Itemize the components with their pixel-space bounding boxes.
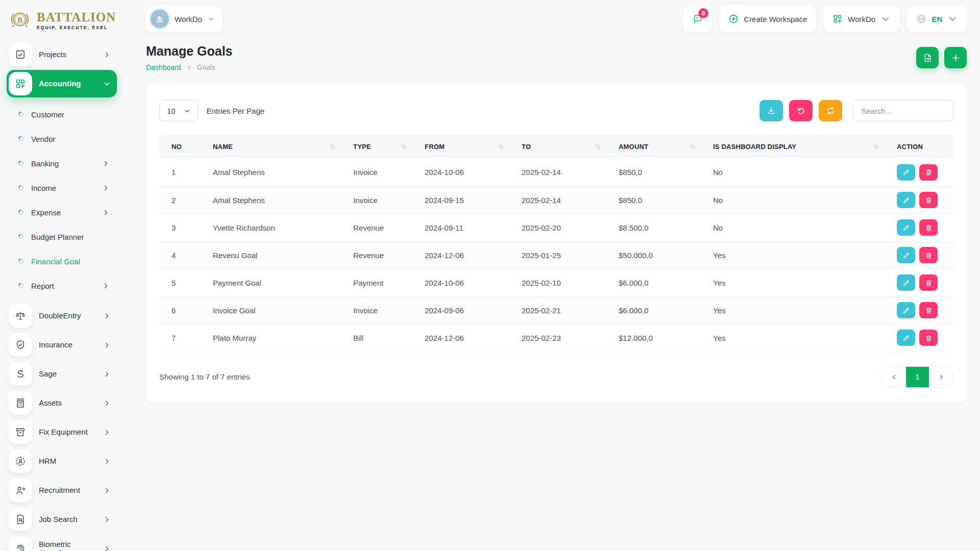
pencil-icon <box>902 252 910 259</box>
edit-button[interactable] <box>897 192 915 208</box>
table-row: 2 Amal Stephens Invoice 2024-09-15 2025-… <box>159 186 953 214</box>
sort-icon <box>498 143 504 150</box>
sidebar-item-fix-equipment[interactable]: Fix Equipment <box>7 418 117 446</box>
sidebar-item-financial-goal[interactable]: Financial Goal <box>7 249 117 273</box>
pagination-prev-button[interactable] <box>882 367 906 387</box>
sidebar-item-projects[interactable]: Projects <box>7 41 117 68</box>
person-plus-icon <box>9 479 32 502</box>
fingerprint-icon <box>9 537 32 551</box>
brand-logo: B BATTALION EQUIP, EXECUTE, EXEL <box>7 5 117 41</box>
bullet-icon <box>17 233 24 240</box>
cell-amount: $850,0 <box>614 186 708 214</box>
cell-type: Invoice <box>348 296 420 324</box>
bullet-icon <box>17 160 24 167</box>
cell-name: Revenu Goal <box>208 241 348 269</box>
sidebar-item-income[interactable]: Income <box>7 176 117 200</box>
column-header-no[interactable]: NO <box>159 135 208 159</box>
pagination-next-button[interactable] <box>929 367 953 387</box>
refresh-button[interactable] <box>819 100 842 121</box>
workdo-menu-button[interactable]: WorkDo <box>823 6 900 32</box>
delete-button[interactable] <box>919 274 938 291</box>
breadcrumb-dashboard-link[interactable]: Dashboard <box>146 63 181 71</box>
cell-from: 2024-09-15 <box>420 186 517 214</box>
workspace-avatar <box>151 10 169 28</box>
chevron-down-icon <box>947 14 958 24</box>
sidebar-item-customer[interactable]: Customer <box>7 102 117 127</box>
create-workspace-button[interactable]: Create Workspace <box>719 6 816 32</box>
chevron-right-icon <box>102 209 110 216</box>
reset-button[interactable] <box>789 100 813 121</box>
sidebar-item-vendor[interactable]: Vendor <box>7 127 117 151</box>
sidebar-item-doubleentry[interactable]: DoubleEntry <box>7 302 117 330</box>
messages-button[interactable]: 0 <box>683 6 712 32</box>
delete-button[interactable] <box>919 219 938 236</box>
page-title: Manage Goals <box>146 44 233 59</box>
edit-button[interactable] <box>897 302 915 318</box>
chevron-right-icon <box>102 282 110 290</box>
sidebar-item-budget-planner[interactable]: Budget Planner <box>7 224 117 249</box>
column-header-to[interactable]: TO <box>517 135 614 159</box>
sidebar-item-accounting[interactable]: Accounting <box>7 70 117 97</box>
cell-name: Yvette Richardson <box>208 214 348 241</box>
column-header-name[interactable]: NAME <box>208 135 348 159</box>
column-header-amount[interactable]: AMOUNT <box>614 135 708 159</box>
sidebar-item-job-search[interactable]: Job Search <box>7 506 117 533</box>
chevron-right-icon <box>103 341 111 349</box>
pencil-icon <box>902 168 910 176</box>
sidebar-item-insurance[interactable]: Insurance <box>7 331 117 359</box>
sidebar-item-report[interactable]: Report <box>7 273 117 298</box>
cell-to: 2025-02-20 <box>517 214 614 241</box>
delete-button[interactable] <box>919 164 938 181</box>
brand-name: BATTALION <box>37 11 116 23</box>
delete-button[interactable] <box>919 192 938 208</box>
column-header-dashboard-display[interactable]: IS DASHBOARD DISPLAY <box>708 135 892 159</box>
export-goals-button[interactable] <box>916 47 939 68</box>
chevron-left-icon <box>891 373 898 381</box>
sidebar-item-biometric-attendance[interactable]: Biometric Attendance <box>7 535 117 551</box>
search-input[interactable] <box>852 100 953 121</box>
app-root: B BATTALION EQUIP, EXECUTE, EXEL Project… <box>0 0 980 551</box>
sidebar: B BATTALION EQUIP, EXECUTE, EXEL Project… <box>0 0 124 551</box>
workspace-switcher[interactable]: WorkDo <box>146 6 222 32</box>
globe-icon <box>916 14 926 24</box>
column-header-type[interactable]: TYPE <box>348 135 420 159</box>
bullet-icon <box>17 258 24 265</box>
pagination-page-1[interactable]: 1 <box>906 367 929 387</box>
document-search-icon <box>9 508 32 531</box>
cell-dashboard-display: Yes <box>708 324 892 352</box>
edit-button[interactable] <box>897 247 915 263</box>
delete-button[interactable] <box>919 302 938 318</box>
edit-button[interactable] <box>897 219 915 236</box>
cell-no: 5 <box>159 269 208 296</box>
language-selector[interactable]: EN <box>907 6 967 32</box>
sidebar-item-sage[interactable]: S Sage <box>7 360 117 388</box>
delete-button[interactable] <box>919 247 938 263</box>
file-export-icon <box>923 53 933 63</box>
sidebar-item-expense[interactable]: Expense <box>7 200 117 224</box>
download-button[interactable] <box>760 100 783 121</box>
entries-per-page-select[interactable]: 10 <box>159 100 198 121</box>
sidebar-item-banking[interactable]: Banking <box>7 151 117 176</box>
breadcrumb-current: Goals <box>197 63 216 71</box>
cell-from: 2024-09-06 <box>420 296 517 324</box>
add-goal-button[interactable] <box>944 47 967 68</box>
cell-from: 2024-10-06 <box>420 269 517 296</box>
bullet-icon <box>17 282 24 289</box>
cell-to: 2025-02-21 <box>517 296 614 324</box>
sidebar-item-hrm[interactable]: HRM <box>7 447 117 475</box>
sidebar-item-assets[interactable]: Assets <box>7 389 117 417</box>
column-header-from[interactable]: FROM <box>420 135 517 159</box>
cell-no: 3 <box>159 214 208 241</box>
sidebar-item-recruitment[interactable]: Recruitment <box>7 477 117 504</box>
bullet-icon <box>17 184 24 191</box>
plus-icon <box>951 53 961 63</box>
delete-button[interactable] <box>919 330 938 346</box>
edit-button[interactable] <box>897 164 915 181</box>
edit-button[interactable] <box>897 274 915 291</box>
grid-plus-icon <box>832 14 843 24</box>
cell-dashboard-display: No <box>708 186 892 214</box>
cell-type: Invoice <box>348 159 420 186</box>
edit-button[interactable] <box>897 330 915 346</box>
pencil-icon <box>902 196 910 204</box>
cell-dashboard-display: No <box>708 214 892 241</box>
